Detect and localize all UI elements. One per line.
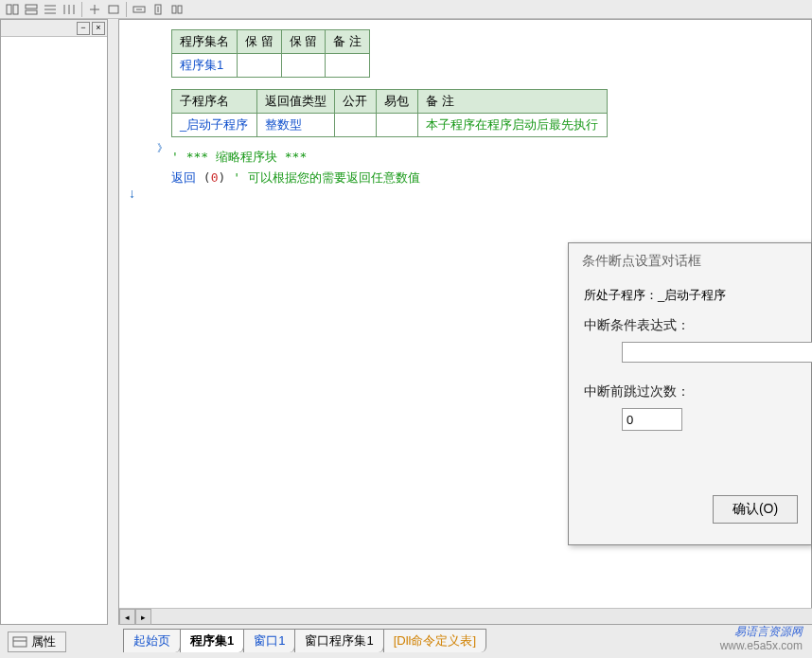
svg-rect-2: [26, 5, 37, 9]
sub-yibao-cell[interactable]: [377, 114, 418, 137]
tab-progset1[interactable]: 程序集1: [180, 629, 244, 652]
toolbar-icon-8[interactable]: [150, 2, 167, 17]
progset-res2-cell[interactable]: [281, 54, 326, 78]
side-panel: − ×: [0, 19, 108, 625]
th-sub-name: 子程序名: [172, 90, 257, 114]
scroll-right-icon[interactable]: ▸: [135, 609, 151, 625]
watermark: 易语言资源网 www.e5a5x.com: [720, 625, 803, 654]
programset-table: 程序集名 保 留 保 留 备 注 程序集1: [171, 29, 370, 78]
down-arrow-icon[interactable]: ↓: [129, 186, 135, 201]
h-scrollbar[interactable]: ◂ ▸: [119, 608, 812, 624]
svg-rect-0: [7, 5, 11, 14]
toolbar-icon-5[interactable]: [86, 2, 103, 17]
th-sub-remark: 备 注: [418, 90, 608, 114]
th-reserved-2: 保 留: [281, 30, 326, 54]
dialog-title: 条件断点设置对话框: [569, 243, 811, 287]
toolbar-sep-1: [81, 2, 82, 17]
panel-minimize-icon[interactable]: −: [77, 22, 90, 35]
th-remark: 备 注: [326, 30, 370, 54]
cond-label: 中断条件表达式：: [584, 317, 796, 334]
panel-close-icon[interactable]: ×: [92, 22, 105, 35]
toolbar-icon-7[interactable]: [131, 2, 148, 17]
sub-rettype-cell[interactable]: 整数型: [257, 114, 335, 137]
svg-rect-18: [178, 6, 182, 13]
toolbar-icon-2[interactable]: [23, 2, 40, 17]
expand-marker-icon[interactable]: 》: [157, 141, 168, 155]
sub-public-cell[interactable]: [335, 114, 377, 137]
tab-start[interactable]: 起始页: [123, 629, 181, 652]
th-reserved-1: 保 留: [238, 30, 282, 54]
sub-remark-cell[interactable]: 本子程序在程序启动后最先执行: [418, 114, 608, 137]
sub-value: _启动子程序: [658, 288, 726, 302]
toolbar-icon-6[interactable]: [105, 2, 122, 17]
svg-rect-12: [109, 6, 118, 13]
tab-winprogset1[interactable]: 窗口程序集1: [294, 629, 383, 652]
skip-input[interactable]: [622, 408, 682, 431]
return-comment: 可以根据您的需要返回任意数值: [248, 170, 420, 185]
editor-tabs: 起始页 程序集1 窗口1 窗口程序集1 [Dll命令定义表]: [123, 631, 812, 652]
sub-label: 所处子程序：: [584, 288, 658, 302]
paren-open: (: [203, 170, 211, 185]
cond-input[interactable]: [622, 342, 812, 363]
properties-icon: [12, 635, 27, 649]
toolbar-sep-2: [126, 2, 127, 17]
toolbar-icon-9[interactable]: [168, 2, 185, 17]
side-panel-header: − ×: [1, 20, 107, 37]
watermark-line1: 易语言资源网: [720, 625, 803, 640]
sub-row: 所处子程序：_启动子程序: [584, 287, 796, 304]
return-keyword: 返回: [171, 170, 196, 185]
th-ret-type: 返回值类型: [257, 90, 335, 114]
scroll-left-icon[interactable]: ◂: [119, 609, 135, 625]
th-public: 公开: [335, 90, 377, 114]
svg-rect-1: [13, 5, 18, 14]
code-line-return[interactable]: 返回 (0) ' 可以根据您的需要返回任意数值: [171, 169, 792, 187]
collapsed-block: *** 缩略程序块 ***: [186, 150, 308, 164]
properties-tab[interactable]: 属性: [8, 631, 66, 652]
comment-prefix: ': [171, 150, 179, 164]
ok-button[interactable]: 确认(O): [713, 495, 798, 524]
th-yibao: 易包: [377, 90, 418, 114]
svg-rect-17: [172, 6, 176, 13]
watermark-line2: www.e5a5x.com: [720, 639, 803, 654]
progset-name-cell[interactable]: 程序集1: [172, 54, 238, 78]
svg-rect-19: [13, 637, 26, 647]
subroutine-table: 子程序名 返回值类型 公开 易包 备 注 _启动子程序 整数型 本子程序在程序启…: [171, 89, 608, 137]
toolbar: [0, 0, 812, 19]
progset-res1-cell[interactable]: [238, 54, 282, 78]
breakpoint-dialog: 条件断点设置对话框 所处子程序：_启动子程序 中断条件表达式： 中断前跳过次数：…: [568, 242, 812, 545]
skip-label: 中断前跳过次数：: [584, 383, 796, 400]
th-progset-name: 程序集名: [172, 30, 238, 54]
sub-name-cell[interactable]: _启动子程序: [172, 114, 257, 137]
toolbar-icon-1[interactable]: [4, 2, 21, 17]
code-line-collapsed[interactable]: ' *** 缩略程序块 ***: [171, 149, 792, 166]
toolbar-icon-4[interactable]: [61, 2, 78, 17]
progset-remark-cell[interactable]: [326, 54, 370, 78]
tab-window1[interactable]: 窗口1: [243, 629, 295, 652]
properties-label: 属性: [31, 633, 56, 650]
svg-rect-3: [26, 10, 37, 14]
tab-dlltable[interactable]: [Dll命令定义表]: [383, 629, 486, 652]
bottom-bar: 属性 起始页 程序集1 窗口1 窗口程序集1 [Dll命令定义表] 易语言资源网…: [0, 625, 812, 658]
return-comment-prefix: ': [233, 170, 240, 185]
paren-close: ): [218, 170, 233, 185]
toolbar-icon-3[interactable]: [42, 2, 59, 17]
